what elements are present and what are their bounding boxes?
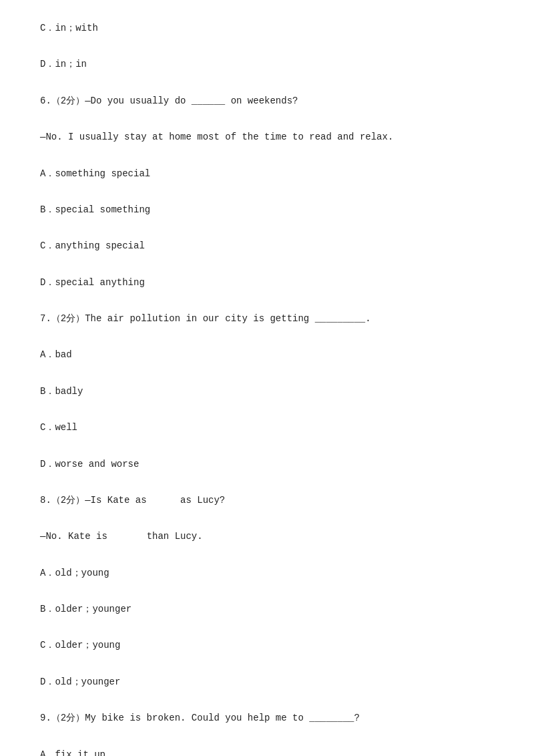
- spacer-9: [40, 329, 494, 345]
- spacer-13: [40, 474, 494, 491]
- q8-d: D．old；younger: [40, 674, 494, 691]
- q6-c: C．anything special: [40, 238, 494, 254]
- q8-a: A．old；young: [40, 565, 494, 582]
- q8-c: C．older；young: [40, 637, 494, 654]
- q6-d: D．special anything: [40, 274, 494, 291]
- q8-follow: —No. Kate is than Lucy.: [40, 528, 494, 545]
- exam-content: C．in；with D．in；in 6.（2分）—Do you usually …: [40, 20, 494, 756]
- spacer-17: [40, 619, 494, 636]
- q7-d: D．worse and worse: [40, 456, 494, 473]
- q7-c: C．well: [40, 419, 494, 436]
- spacer-18: [40, 656, 494, 673]
- spacer-7: [40, 256, 494, 272]
- spacer-5: [40, 184, 494, 200]
- spacer-16: [40, 583, 494, 600]
- q6-b: B．special something: [40, 202, 494, 218]
- q6-stem: 6.（2分）—Do you usually do ______ on weeke…: [40, 93, 494, 110]
- c-option-5: C．in；with: [40, 20, 494, 37]
- q8-stem: 8.（2分）—Is Kate as as Lucy?: [40, 492, 494, 509]
- q7-b: B．badly: [40, 383, 494, 400]
- q7-a: A．bad: [40, 347, 494, 363]
- spacer-6: [40, 220, 494, 236]
- q7-stem: 7.（2分）The air pollution in our city is g…: [40, 311, 494, 327]
- q8-b: B．older；younger: [40, 601, 494, 618]
- spacer-14: [40, 510, 494, 527]
- spacer-2: [40, 75, 494, 91]
- q6-follow: —No. I usually stay at home most of the …: [40, 129, 494, 146]
- q9-a: A．fix it up: [40, 747, 494, 757]
- spacer-15: [40, 546, 494, 563]
- d-option-5: D．in；in: [40, 56, 494, 73]
- spacer-12: [40, 437, 494, 454]
- spacer-20: [40, 728, 494, 745]
- spacer-10: [40, 365, 494, 382]
- spacer-1: [40, 38, 494, 55]
- spacer-3: [40, 111, 494, 128]
- spacer-11: [40, 401, 494, 418]
- q6-a: A．something special: [40, 166, 494, 182]
- spacer-8: [40, 293, 494, 309]
- q9-stem: 9.（2分）My bike is broken. Could you help …: [40, 710, 494, 727]
- spacer-19: [40, 692, 494, 709]
- spacer-4: [40, 147, 494, 164]
